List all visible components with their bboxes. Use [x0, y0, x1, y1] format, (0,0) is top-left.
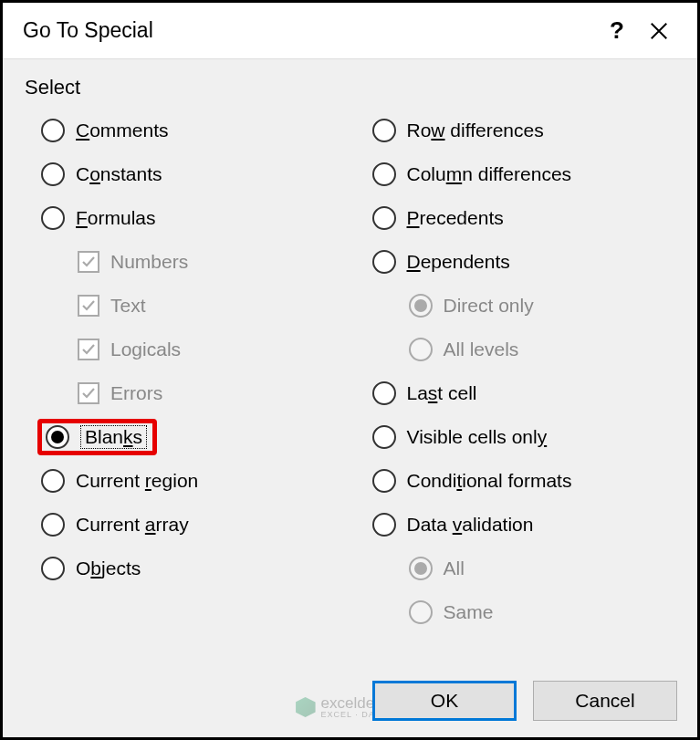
radio-icon: [409, 294, 433, 318]
option-label: Column differences: [407, 163, 572, 185]
highlight-box: Blanks: [37, 419, 157, 455]
radio-icon: [41, 206, 65, 230]
sub-label: Numbers: [110, 251, 188, 273]
ok-button[interactable]: OK: [372, 681, 517, 721]
option-label: Current region: [76, 470, 198, 492]
option-constants[interactable]: Constants: [25, 152, 347, 196]
radio-icon: [372, 469, 396, 493]
hex-logo-icon: [296, 697, 316, 717]
option-formulas[interactable]: Formulas: [25, 196, 347, 240]
option-objects[interactable]: Objects: [25, 547, 347, 590]
option-current-region[interactable]: Current region: [25, 459, 347, 503]
radio-icon: [41, 513, 65, 537]
help-button[interactable]: ?: [597, 16, 637, 45]
option-comments[interactable]: Comments: [25, 109, 347, 152]
sub-label: Logicals: [110, 339, 181, 360]
radio-icon: [409, 557, 433, 580]
right-column: Row differences Column differences Prece…: [356, 109, 678, 634]
close-icon: [649, 21, 669, 41]
radio-icon: [41, 469, 65, 493]
option-direct-only: Direct only: [356, 284, 678, 328]
close-button[interactable]: [637, 21, 681, 41]
radio-icon: [372, 250, 396, 274]
option-precedents[interactable]: Precedents: [356, 196, 678, 240]
radio-icon: [41, 162, 65, 186]
radio-icon: [41, 119, 65, 142]
button-row: OK Cancel: [372, 681, 677, 721]
option-label: All levels: [444, 339, 519, 360]
checkbox-icon: [78, 382, 99, 404]
radio-icon: [409, 338, 433, 361]
select-label: Select: [25, 76, 677, 99]
sub-label: Text: [110, 295, 146, 317]
option-label: Current array: [76, 514, 189, 536]
option-last-cell[interactable]: Last cell: [356, 371, 678, 415]
titlebar: Go To Special ?: [3, 3, 697, 59]
option-label: Same: [444, 601, 494, 623]
radio-icon: [46, 425, 69, 449]
sub-numbers: Numbers: [25, 240, 347, 284]
option-label: Comments: [76, 120, 169, 141]
option-label: Last cell: [407, 382, 477, 404]
option-label: Precedents: [407, 207, 504, 229]
option-label: Formulas: [76, 207, 156, 229]
left-column: Comments Constants Formulas Numbers Text: [25, 109, 347, 634]
options-columns: Comments Constants Formulas Numbers Text: [25, 109, 677, 634]
sub-label: Errors: [110, 382, 162, 404]
dialog-content: Select Comments Constants Formulas: [3, 59, 697, 643]
radio-icon: [372, 206, 396, 230]
radio-icon: [372, 119, 396, 142]
option-label: Direct only: [444, 295, 534, 317]
sub-logicals: Logicals: [25, 328, 347, 371]
option-all-levels: All levels: [356, 328, 678, 371]
option-row-differences[interactable]: Row differences: [356, 109, 678, 152]
checkbox-icon: [78, 295, 99, 317]
option-dependents[interactable]: Dependents: [356, 240, 678, 284]
option-label: Blanks: [80, 425, 147, 449]
cancel-button[interactable]: Cancel: [533, 681, 677, 721]
option-label: Objects: [76, 558, 141, 579]
option-all: All: [356, 547, 678, 590]
radio-icon: [372, 162, 396, 186]
radio-icon: [372, 381, 396, 405]
radio-icon: [409, 600, 433, 624]
option-label: Visible cells only: [407, 426, 548, 448]
option-visible-cells[interactable]: Visible cells only: [356, 415, 678, 459]
dialog-title: Go To Special: [23, 18, 597, 43]
go-to-special-dialog: Go To Special ? Select Comments Constant…: [0, 0, 700, 740]
option-current-array[interactable]: Current array: [25, 503, 347, 547]
option-column-differences[interactable]: Column differences: [356, 152, 678, 196]
sub-text: Text: [25, 284, 347, 328]
option-same: Same: [356, 590, 678, 634]
checkbox-icon: [78, 251, 99, 273]
option-blanks[interactable]: Blanks: [25, 415, 347, 459]
option-data-validation[interactable]: Data validation: [356, 503, 678, 547]
option-label: Row differences: [407, 120, 544, 141]
option-label: Conditional formats: [407, 470, 572, 492]
option-label: Dependents: [407, 251, 510, 273]
radio-icon: [41, 557, 65, 580]
option-label: Data validation: [407, 514, 534, 536]
option-conditional-formats[interactable]: Conditional formats: [356, 459, 678, 503]
radio-icon: [372, 513, 396, 537]
option-label: All: [444, 558, 465, 579]
radio-icon: [372, 425, 396, 449]
option-label: Constants: [76, 163, 162, 185]
checkbox-icon: [78, 339, 99, 360]
sub-errors: Errors: [25, 371, 347, 415]
